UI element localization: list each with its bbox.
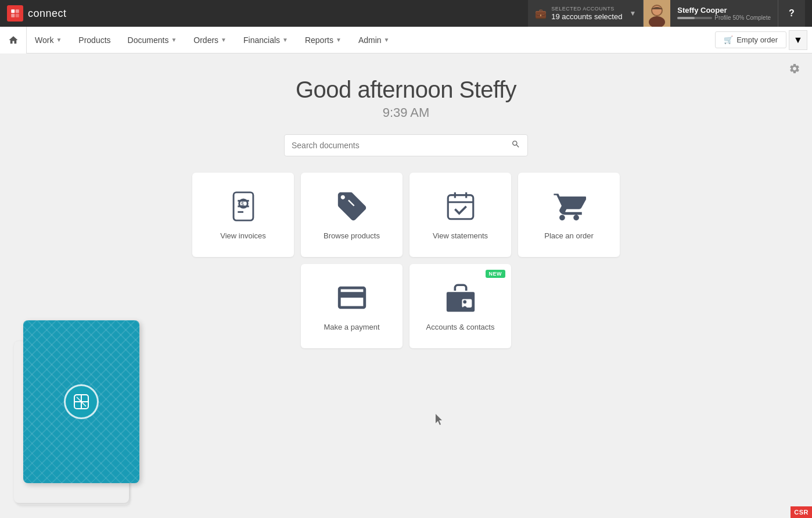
nav-home-button[interactable] — [0, 27, 27, 53]
empty-order-label: Empty order — [736, 35, 778, 44]
logo-text: connect — [28, 8, 67, 20]
nav-label-admin: Admin — [358, 35, 382, 45]
profile-text: Profile 50% Complete — [714, 15, 771, 21]
main-content: Good afternoon Steffy 9:39 AM — [0, 53, 812, 518]
nav-item-reports[interactable]: Reports ▼ — [297, 27, 350, 53]
svg-rect-19 — [462, 299, 472, 308]
search-button[interactable] — [509, 137, 523, 153]
logo-area: connect — [7, 5, 67, 22]
nav-bar: Work ▼ Products Documents ▼ Orders ▼ Fin… — [0, 27, 812, 53]
calendar-check-icon — [444, 190, 477, 226]
accounts-label: SELECTED ACCOUNTS — [551, 6, 622, 12]
top-bar-right: 💼 SELECTED ACCOUNTS 19 accounts selected… — [528, 0, 805, 27]
nav-label-documents: Documents — [128, 35, 169, 45]
work-caret: ▼ — [56, 37, 62, 43]
accounts-value: 19 accounts selected — [551, 12, 622, 22]
nav-label-financials: Financials — [243, 35, 280, 45]
avatar — [644, 0, 670, 27]
svg-text:$: $ — [240, 201, 244, 207]
search-container — [0, 134, 812, 156]
greeting-section: Good afternoon Steffy 9:39 AM — [0, 53, 812, 134]
order-dropdown-caret: ▼ — [793, 35, 803, 45]
nav-item-financials[interactable]: Financials ▼ — [235, 27, 297, 53]
nav-label-work: Work — [35, 35, 53, 45]
decorative-main-card — [23, 320, 139, 483]
cart-icon: 🛒 — [724, 35, 733, 44]
order-dropdown-arrow[interactable]: ▼ — [789, 30, 807, 50]
help-button[interactable]: ? — [778, 0, 805, 27]
card-label-browse-products: Browse products — [324, 231, 380, 240]
briefcase-id-icon — [444, 281, 477, 317]
nav-item-admin[interactable]: Admin ▼ — [350, 27, 398, 53]
credit-card-icon — [335, 281, 369, 317]
svg-rect-3 — [16, 14, 19, 17]
reports-caret: ▼ — [336, 37, 342, 43]
mouse-cursor — [436, 414, 443, 424]
svg-point-20 — [463, 300, 466, 303]
top-bar: connect 💼 SELECTED ACCOUNTS 19 accounts … — [0, 0, 812, 27]
svg-rect-1 — [16, 9, 19, 13]
tag-icon — [335, 190, 369, 226]
profile-progress-fill — [677, 17, 695, 19]
greeting-time: 9:39 AM — [0, 105, 812, 120]
accounts-dropdown-arrow[interactable]: ▼ — [629, 9, 636, 17]
card-accounts-contacts[interactable]: NEW Accounts & contacts — [409, 264, 511, 348]
empty-order-button[interactable]: 🛒 Empty order — [715, 31, 786, 48]
nav-label-reports: Reports — [305, 35, 333, 45]
financials-caret: ▼ — [282, 37, 288, 43]
cards-row-2: Make a payment NEW Accounts & contacts — [301, 264, 511, 348]
card-label-place-order: Place an order — [544, 231, 594, 240]
admin-caret: ▼ — [384, 37, 390, 43]
user-name: Steffy Cooper — [677, 6, 771, 15]
user-info: Steffy Cooper Profile 50% Complete — [670, 0, 778, 27]
settings-gear-button[interactable] — [789, 63, 800, 77]
greeting-title: Good afternoon Steffy — [0, 77, 812, 103]
card-label-view-invoices: View invoices — [220, 231, 266, 240]
card-label-make-payment: Make a payment — [324, 323, 379, 331]
nav-label-orders: Orders — [193, 35, 218, 45]
svg-rect-14 — [448, 195, 473, 219]
decorative-card-area — [12, 332, 134, 501]
briefcase-icon: 💼 — [535, 8, 547, 19]
decorative-card-icon — [64, 384, 99, 419]
invoice-icon: $ — [227, 190, 260, 226]
orders-caret: ▼ — [221, 37, 227, 43]
card-place-order[interactable]: Place an order — [518, 173, 620, 257]
search-box — [284, 134, 528, 156]
search-input[interactable] — [292, 141, 509, 150]
nav-item-orders[interactable]: Orders ▼ — [185, 27, 235, 53]
svg-rect-2 — [11, 14, 15, 17]
card-view-invoices[interactable]: $ View invoices — [192, 173, 294, 257]
csr-badge[interactable]: CSR — [791, 506, 812, 518]
card-make-payment[interactable]: Make a payment — [301, 264, 403, 348]
card-label-view-statements: View statements — [433, 231, 488, 240]
nav-item-documents[interactable]: Documents ▼ — [120, 27, 186, 53]
nav-item-products[interactable]: Products — [70, 27, 119, 53]
new-badge: NEW — [486, 270, 506, 278]
cards-row-1: $ View invoices Browse products — [192, 173, 620, 257]
logo-icon — [7, 5, 23, 22]
svg-rect-0 — [11, 9, 15, 13]
card-browse-products[interactable]: Browse products — [301, 173, 403, 257]
profile-complete-row: Profile 50% Complete — [677, 15, 771, 21]
documents-caret: ▼ — [171, 37, 177, 43]
card-view-statements[interactable]: View statements — [409, 173, 511, 257]
card-label-accounts-contacts: Accounts & contacts — [426, 323, 495, 331]
accounts-text: SELECTED ACCOUNTS 19 accounts selected — [551, 6, 622, 21]
shopping-cart-icon — [552, 190, 586, 226]
profile-progress-bar — [677, 17, 712, 19]
nav-item-work[interactable]: Work ▼ — [27, 27, 70, 53]
accounts-section[interactable]: 💼 SELECTED ACCOUNTS 19 accounts selected… — [528, 0, 644, 27]
nav-label-products: Products — [78, 35, 110, 45]
